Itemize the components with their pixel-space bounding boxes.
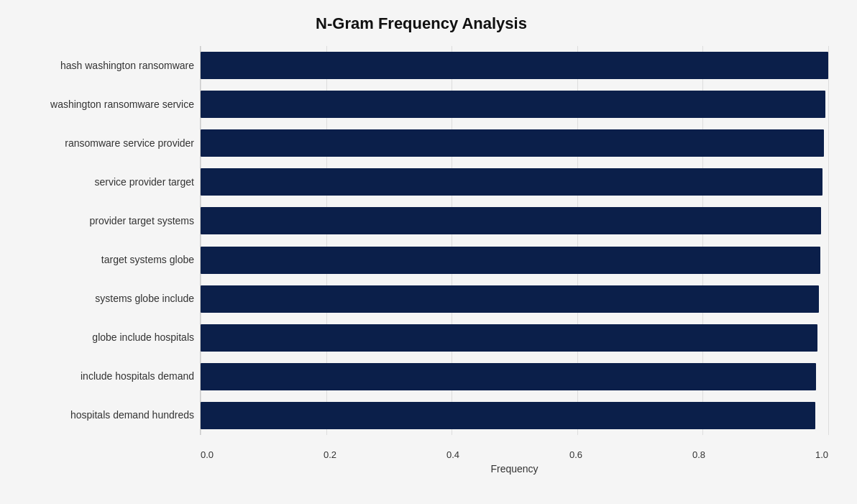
y-label: service provider target [94, 176, 194, 188]
x-axis-label: Frequency [490, 463, 538, 475]
chart-area: hash washington ransomwarewashington ran… [14, 46, 828, 435]
gridline [828, 46, 829, 435]
bar-row [201, 129, 828, 157]
chart-title: N-Gram Frequency Analysis [14, 14, 828, 33]
y-label: hash washington ransomware [60, 60, 194, 72]
y-label: hospitals demand hundreds [70, 409, 194, 421]
x-tick: 0.2 [324, 449, 336, 460]
bar [201, 402, 815, 429]
y-label: systems globe include [95, 293, 194, 305]
bar-row [201, 168, 828, 196]
bar-row [201, 247, 828, 274]
bar [201, 52, 828, 79]
bar-row [201, 91, 828, 118]
bar-row [201, 402, 828, 429]
x-tick: 0.0 [201, 449, 214, 460]
y-label: target systems globe [101, 254, 194, 266]
bar-row [201, 207, 828, 234]
bar-row [201, 324, 828, 352]
y-label: globe include hospitals [92, 331, 194, 344]
bar-row [201, 52, 828, 79]
bar-row [201, 363, 828, 390]
y-labels: hash washington ransomwarewashington ran… [14, 46, 200, 435]
bar [201, 363, 816, 390]
bar-row [201, 285, 828, 313]
x-tick: 1.0 [815, 449, 828, 460]
bar [201, 247, 820, 274]
bar [201, 168, 822, 196]
y-label: provider target systems [90, 215, 195, 227]
bar [201, 91, 825, 118]
y-label: ransomware service provider [65, 137, 194, 150]
x-tick: 0.6 [569, 449, 582, 460]
y-label: include hospitals demand [81, 370, 194, 382]
bar [201, 285, 819, 313]
x-tick: 0.4 [446, 449, 459, 460]
y-label: washington ransomware service [50, 98, 194, 111]
bars-section: 0.00.20.40.60.81.0 Frequency [200, 46, 828, 435]
x-axis: 0.00.20.40.60.81.0 [201, 449, 828, 460]
bar [201, 207, 821, 234]
chart-container: N-Gram Frequency Analysis hash washingto… [0, 0, 857, 504]
x-tick: 0.8 [692, 449, 705, 460]
bar [201, 129, 824, 157]
bar [201, 324, 817, 352]
